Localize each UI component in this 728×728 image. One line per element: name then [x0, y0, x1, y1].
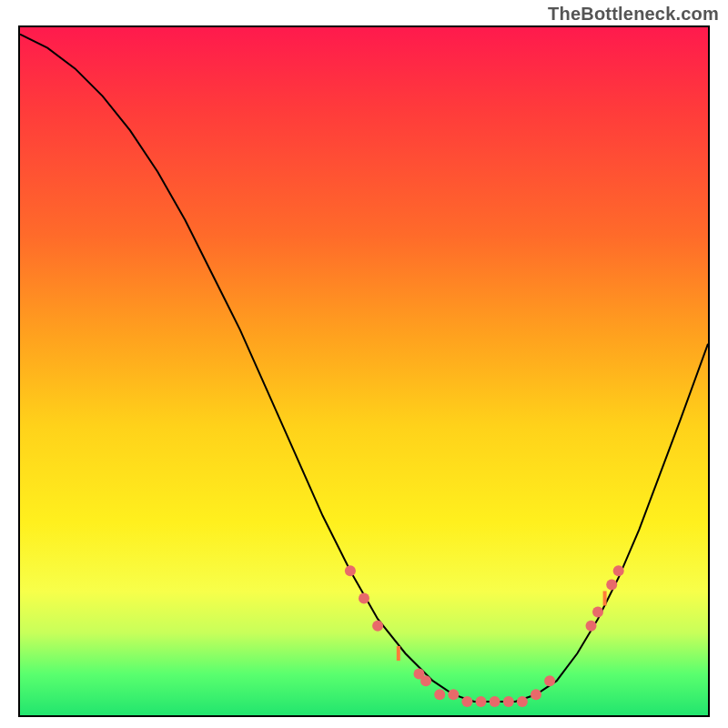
- data-point: [372, 621, 383, 632]
- data-point: [517, 696, 528, 707]
- data-point: [592, 607, 603, 618]
- chart-container: TheBottleneck.com: [0, 0, 728, 728]
- data-point: [345, 565, 356, 576]
- data-point: [448, 689, 459, 700]
- watermark-text: TheBottleneck.com: [548, 4, 719, 25]
- data-point: [490, 696, 500, 707]
- data-point: [476, 696, 487, 707]
- tick-mark: [603, 592, 607, 606]
- data-point: [434, 689, 445, 700]
- plot-area: [18, 25, 710, 717]
- data-point: [586, 621, 597, 632]
- chart-svg: [20, 27, 708, 715]
- data-point: [613, 565, 624, 576]
- data-point: [544, 675, 555, 686]
- data-point: [503, 696, 514, 707]
- data-point: [420, 675, 431, 686]
- dots-group: [345, 565, 624, 707]
- data-point: [531, 689, 541, 700]
- tick-mark: [397, 646, 400, 661]
- ticks-group: [397, 592, 607, 662]
- data-point: [606, 579, 617, 590]
- data-point: [461, 696, 472, 707]
- data-point: [359, 593, 369, 604]
